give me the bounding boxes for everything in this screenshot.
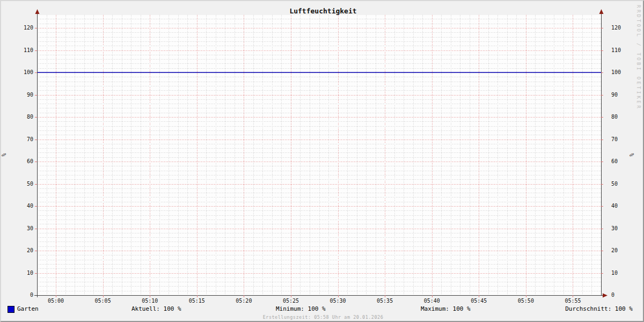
x-tick-label: 05:40 bbox=[416, 298, 448, 304]
x-tick-label: 05:00 bbox=[40, 298, 72, 304]
x-tick-label: 05:15 bbox=[181, 298, 213, 304]
y-tick-label-left: 60 bbox=[13, 158, 33, 165]
y-tick-label-right: 30 bbox=[611, 225, 632, 232]
creation-time: Erstellungszeit: 05:58 Uhr am 20.01.2026 bbox=[1, 314, 644, 320]
y-tick-label-right: 40 bbox=[611, 203, 632, 209]
x-axis-arrow bbox=[603, 294, 608, 298]
x-tick-label: 05:20 bbox=[228, 298, 260, 304]
y-tick-label-right: 100 bbox=[611, 69, 632, 76]
y-tick-label-right: 20 bbox=[611, 247, 632, 254]
legend-row: Garten Aktuell: 100 % Minimum: 100 % Max… bbox=[1, 305, 644, 314]
y-axis-unit-right: % bbox=[629, 153, 635, 156]
x-tick-label: 05:25 bbox=[275, 298, 307, 304]
x-tick-label: 05:30 bbox=[322, 298, 354, 304]
y-tick-label-left: 40 bbox=[13, 203, 33, 209]
x-tick-label: 05:55 bbox=[557, 298, 589, 304]
y-tick-label-left: 120 bbox=[13, 25, 33, 31]
series-color-swatch bbox=[8, 306, 14, 313]
y-tick-label-right: 120 bbox=[611, 25, 632, 31]
y-tick-label-right: 0 bbox=[611, 292, 632, 298]
y-tick-label-left: 30 bbox=[13, 225, 33, 232]
y-tick-label-right: 90 bbox=[611, 92, 632, 98]
x-tick-label: 05:45 bbox=[463, 298, 495, 304]
y-tick-label-left: 90 bbox=[13, 92, 33, 98]
x-tick-label: 05:05 bbox=[87, 298, 119, 304]
y-tick-label-right: 10 bbox=[611, 270, 632, 276]
series-label: Garten bbox=[17, 305, 39, 313]
y-tick-label-left: 110 bbox=[13, 47, 33, 54]
x-tick-label: 05:50 bbox=[510, 298, 542, 304]
chart-svg bbox=[1, 1, 644, 322]
stat-maximum: Maximum: 100 % bbox=[421, 305, 471, 313]
y-tick-label-right: 60 bbox=[611, 158, 632, 165]
y-tick-label-left: 20 bbox=[13, 247, 33, 254]
y-axis-arrow-left bbox=[35, 9, 40, 14]
y-tick-label-right: 110 bbox=[611, 47, 632, 54]
y-tick-label-left: 100 bbox=[13, 69, 33, 76]
y-tick-label-right: 50 bbox=[611, 181, 632, 187]
stat-aktuell: Aktuell: 100 % bbox=[131, 305, 181, 313]
y-tick-label-left: 80 bbox=[13, 114, 33, 120]
x-tick-label: 05:35 bbox=[369, 298, 401, 304]
y-tick-label-right: 80 bbox=[611, 114, 632, 120]
y-tick-label-right: 70 bbox=[611, 136, 632, 143]
rrd-graph: Luftfeuchtigkeit RRDTOOL / TOBI OETIKER … bbox=[0, 0, 644, 322]
y-tick-label-left: 0 bbox=[13, 292, 33, 298]
stat-minimum: Minimum: 100 % bbox=[276, 305, 326, 313]
x-tick-label: 05:10 bbox=[134, 298, 166, 304]
y-axis-arrow-right bbox=[599, 9, 604, 14]
y-tick-label-left: 70 bbox=[13, 136, 33, 143]
y-tick-label-left: 50 bbox=[13, 181, 33, 187]
stat-durchschnitt: Durchschnitt: 100 % bbox=[565, 305, 633, 313]
y-tick-label-left: 10 bbox=[13, 270, 33, 276]
y-axis-unit-left: % bbox=[1, 153, 7, 156]
